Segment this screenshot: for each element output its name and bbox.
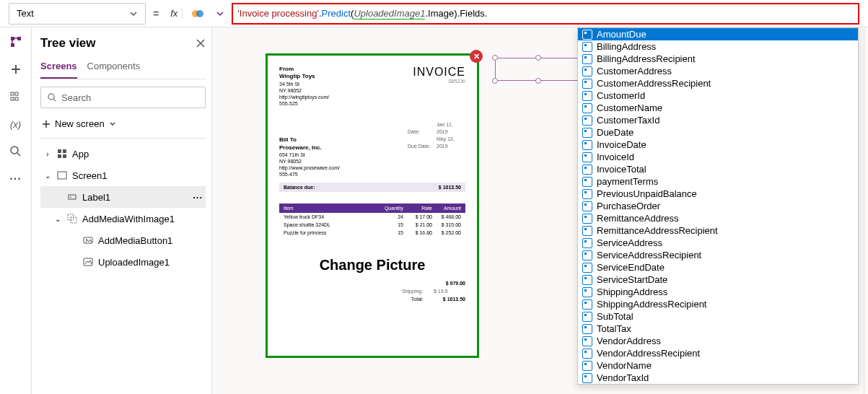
intellisense-item[interactable]: RemittanceAddressRecipient: [578, 224, 858, 237]
intellisense-item[interactable]: paymentTerms: [578, 175, 858, 188]
invoice-items-header: Item Quantity Rate Amount: [279, 203, 465, 213]
intellisense-item[interactable]: CustomerTaxId: [578, 114, 858, 126]
tab-screens[interactable]: Screens: [40, 58, 77, 79]
tree-view-icon[interactable]: [9, 35, 23, 49]
svg-rect-13: [58, 154, 61, 158]
formula-token-fields: Fields: [460, 8, 485, 19]
intellisense-item[interactable]: CustomerAddress: [578, 65, 858, 77]
intellisense-item-label: CustomerName: [597, 102, 662, 113]
close-icon: [196, 38, 206, 48]
field-icon: [582, 373, 592, 383]
resize-handle[interactable]: [492, 78, 498, 84]
svg-rect-16: [69, 195, 76, 199]
chevron-down-icon: [216, 9, 224, 18]
intellisense-item-label: InvoiceId: [597, 152, 634, 162]
search-icon: [47, 92, 57, 102]
intellisense-item[interactable]: InvoiceId: [578, 151, 858, 163]
media-button-icon: [82, 235, 94, 246]
intellisense-item[interactable]: AmountDue: [578, 28, 858, 40]
formula-input[interactable]: 'Invoice processing'.Predict(UploadedIma…: [232, 3, 859, 25]
invoice-title-block: INVOICE 085236: [413, 66, 465, 107]
media-group-icon: [66, 213, 78, 224]
intellisense-item[interactable]: PreviousUnpaidBalance: [578, 188, 858, 200]
change-picture-label[interactable]: Change Picture: [279, 257, 465, 273]
formula-expand-button[interactable]: [213, 9, 227, 18]
intellisense-item[interactable]: BillingAddressRecipient: [578, 53, 858, 65]
field-icon: [582, 189, 592, 199]
intellisense-item[interactable]: PurchaseOrder: [578, 200, 858, 212]
intellisense-item[interactable]: DueDate: [578, 126, 858, 139]
intellisense-item[interactable]: TotalTax: [578, 323, 858, 335]
tab-components[interactable]: Components: [87, 58, 141, 79]
intellisense-item[interactable]: RemittanceAddress: [578, 212, 858, 224]
field-icon: [582, 140, 592, 150]
intellisense-item[interactable]: InvoiceDate: [578, 139, 858, 151]
label-selection-box[interactable]: [495, 58, 582, 81]
search-rail-icon[interactable]: [9, 144, 23, 159]
svg-rect-6: [15, 92, 18, 95]
tree-item-app[interactable]: › App: [40, 143, 206, 165]
intellisense-item[interactable]: VendorTaxId: [578, 372, 858, 384]
field-icon: [582, 263, 592, 273]
tree-item-uploadedimage[interactable]: UploadedImage1: [40, 251, 206, 273]
intellisense-item-label: ServiceAddress: [597, 237, 662, 248]
intellisense-item[interactable]: ShippingAddress: [578, 286, 858, 298]
svg-rect-12: [63, 149, 66, 153]
close-panel-button[interactable]: [196, 38, 206, 48]
field-icon: [582, 152, 592, 162]
tree-item-addmediabutton[interactable]: AddMediaButton1: [40, 229, 206, 251]
uploaded-image-preview[interactable]: ✕ From Wingtip Toys 34 5th St NY 98052 h…: [266, 53, 479, 358]
data-icon[interactable]: [9, 89, 23, 104]
resize-handle[interactable]: [492, 55, 498, 61]
insert-icon[interactable]: [9, 62, 23, 76]
tree-list: › App ⌄ Screen1 Label1 ··· ⌄ AddMediaWit…: [40, 143, 206, 273]
intellisense-item[interactable]: ServiceAddress: [578, 237, 858, 249]
chevron-down-icon: [109, 121, 116, 128]
intellisense-popup[interactable]: AmountDueBillingAddressBillingAddressRec…: [577, 27, 859, 385]
intellisense-item[interactable]: ServiceStartDate: [578, 273, 858, 286]
more-rail-icon[interactable]: ···: [9, 172, 23, 186]
intellisense-item[interactable]: CustomerAddressRecipient: [578, 77, 858, 89]
intellisense-item-label: VendorAddressRecipient: [597, 348, 700, 359]
intellisense-item-label: CustomerAddress: [597, 66, 672, 76]
field-icon: [582, 238, 592, 248]
copilot-icon[interactable]: [190, 6, 205, 21]
svg-rect-2: [11, 37, 14, 40]
invoice-line-item: Puzzle for princess15$ 16.80$ 252.00: [279, 229, 465, 237]
intellisense-item[interactable]: CustomerId: [578, 89, 858, 102]
field-icon: [582, 214, 592, 224]
label-icon: [66, 191, 78, 203]
field-icon: [582, 66, 592, 76]
formula-token-param: UploadedImage1: [354, 8, 425, 19]
remove-image-button[interactable]: ✕: [470, 50, 483, 63]
tree-item-screen1[interactable]: ⌄ Screen1: [40, 165, 206, 186]
field-icon: [582, 177, 592, 187]
intellisense-item[interactable]: SubTotal: [578, 310, 858, 323]
invoice-line-item: Space shuttle 324DL15$ 21.00$ 315.00: [279, 221, 465, 229]
intellisense-item-label: ServiceAddressRecipient: [597, 250, 701, 261]
intellisense-item[interactable]: ShippingAddressRecipient: [578, 298, 858, 310]
intellisense-item[interactable]: BillingAddress: [578, 40, 858, 53]
invoice-totals: $ 979.00 Shipping:$ 19.0 Total:$ 1013.50: [279, 279, 465, 304]
intellisense-item[interactable]: ServiceAddressRecipient: [578, 249, 858, 261]
intellisense-item-label: VendorName: [597, 360, 652, 371]
intellisense-item[interactable]: VendorAddress: [578, 335, 858, 347]
new-screen-button[interactable]: New screen: [40, 114, 206, 139]
field-icon: [582, 128, 592, 138]
property-selector[interactable]: Text: [9, 3, 146, 25]
intellisense-item[interactable]: ServiceEndDate: [578, 261, 858, 273]
resize-handle[interactable]: [535, 55, 541, 61]
resize-handle[interactable]: [535, 78, 541, 84]
intellisense-item[interactable]: VendorName: [578, 359, 858, 372]
property-selector-value: Text: [17, 8, 34, 19]
tree-search-input[interactable]: Search: [40, 87, 206, 108]
intellisense-item[interactable]: VendorAddressRecipient: [578, 347, 858, 359]
tree-item-label1[interactable]: Label1 ···: [40, 186, 206, 208]
tree-item-addmedia[interactable]: ⌄ AddMediaWithImage1: [40, 208, 206, 229]
intellisense-item-label: PurchaseOrder: [597, 201, 660, 211]
variables-icon[interactable]: (x): [9, 117, 23, 131]
intellisense-item[interactable]: InvoiceTotal: [578, 163, 858, 175]
intellisense-item[interactable]: CustomerName: [578, 102, 858, 114]
field-icon: [582, 115, 592, 126]
item-menu-button[interactable]: ···: [193, 192, 203, 203]
